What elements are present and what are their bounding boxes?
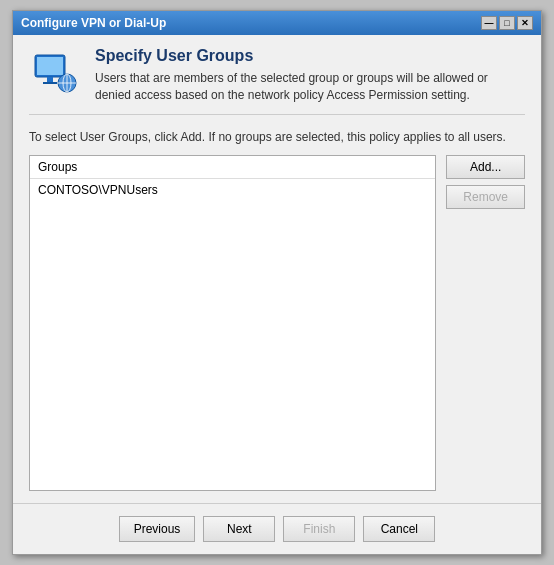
groups-list: CONTOSO\VPNUsers <box>30 179 435 490</box>
window-title: Configure VPN or Dial-Up <box>21 16 166 30</box>
list-item[interactable]: CONTOSO\VPNUsers <box>30 181 435 199</box>
svg-rect-2 <box>47 77 53 82</box>
header-section: Specify User Groups Users that are membe… <box>29 47 525 115</box>
groups-panel: Groups CONTOSO\VPNUsers <box>29 155 436 491</box>
remove-button[interactable]: Remove <box>446 185 525 209</box>
maximize-button[interactable]: □ <box>499 16 515 30</box>
previous-button[interactable]: Previous <box>119 516 196 542</box>
title-bar: Configure VPN or Dial-Up — □ ✕ <box>13 11 541 35</box>
page-title: Specify User Groups <box>95 47 525 65</box>
header-text: Specify User Groups Users that are membe… <box>95 47 525 104</box>
vpn-icon <box>29 47 81 99</box>
content-area: Specify User Groups Users that are membe… <box>13 35 541 503</box>
page-description: Users that are members of the selected g… <box>95 70 525 104</box>
cancel-button[interactable]: Cancel <box>363 516 435 542</box>
add-button[interactable]: Add... <box>446 155 525 179</box>
groups-column-header: Groups <box>30 156 435 179</box>
next-button[interactable]: Next <box>203 516 275 542</box>
footer: Previous Next Finish Cancel <box>13 503 541 554</box>
minimize-button[interactable]: — <box>481 16 497 30</box>
main-area: Groups CONTOSO\VPNUsers Add... Remove <box>29 155 525 491</box>
close-button[interactable]: ✕ <box>517 16 533 30</box>
side-buttons: Add... Remove <box>446 155 525 491</box>
main-window: Configure VPN or Dial-Up — □ ✕ <box>12 10 542 555</box>
svg-rect-3 <box>43 82 57 84</box>
header-svg-icon <box>29 47 81 99</box>
svg-rect-1 <box>37 57 63 75</box>
finish-button[interactable]: Finish <box>283 516 355 542</box>
title-bar-controls: — □ ✕ <box>481 16 533 30</box>
info-text: To select User Groups, click Add. If no … <box>29 129 525 146</box>
